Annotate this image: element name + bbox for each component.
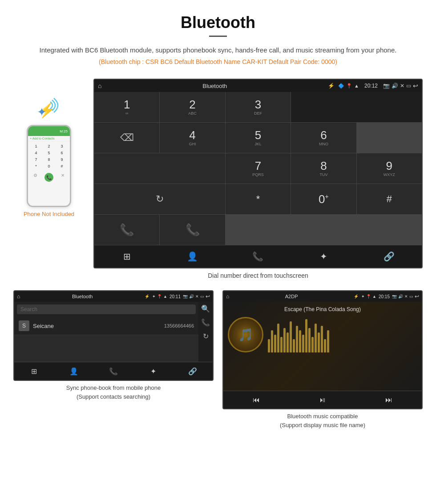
dial-key-5[interactable]: 5 JKL xyxy=(226,123,291,153)
music-home-icon[interactable]: ⌂ xyxy=(226,293,229,300)
dial-key-4[interactable]: 4 GHI xyxy=(160,123,225,153)
dial-key-1[interactable]: 1 ∞ xyxy=(94,92,159,122)
phonebook-screen: ⌂ Bluetooth ⚡ ✦📍▲ 20:11 📷🔊✕▭↩ Search S xyxy=(13,290,214,381)
music-content: Escape (The Pina Colada Song) 🎵 xyxy=(223,302,422,391)
music-status-title: A2DP xyxy=(232,294,351,299)
music-artwork-area: 🎵 xyxy=(228,317,417,352)
phone-mock: M:25 + Add to Contacts 123 456 789 *0# ⚙… xyxy=(27,125,71,207)
wifi-icon: ▲ xyxy=(354,83,359,88)
svg-text:✦: ✦ xyxy=(37,105,47,119)
contact-avatar: S xyxy=(19,320,29,331)
dial-display xyxy=(291,92,422,122)
phone-not-included: Phone Not Included xyxy=(24,211,74,217)
pb-status-title: Bluetooth xyxy=(23,294,142,299)
nav-link[interactable]: 🔗 xyxy=(356,245,422,268)
music-song-title: Escape (The Pina Colada Song) xyxy=(228,306,417,312)
back-icon[interactable]: ↩ xyxy=(413,82,418,89)
contact-row[interactable]: S Seicane 13566664466 xyxy=(14,317,198,335)
music-play-pause[interactable]: ⏯ xyxy=(319,396,326,404)
dial-call-button[interactable]: 📞 xyxy=(94,215,159,245)
music-artwork: 🎵 xyxy=(228,317,263,352)
bluetooth-specs: (Bluetooth chip : CSR BC6 Default Blueto… xyxy=(27,58,409,65)
pb-nav-phone[interactable]: 📞 xyxy=(93,362,133,380)
phonebook-body: Search S Seicane 13566664466 🔍 📞 ↻ xyxy=(14,302,213,362)
dial-key-2[interactable]: 2 ABC xyxy=(160,92,225,122)
music-bottom-nav: ⏮ ⏯ ⏭ xyxy=(223,391,422,408)
phonebook-caption: Sync phone-book from mobile phone (Suppo… xyxy=(13,381,214,404)
window-icon[interactable]: ▭ xyxy=(406,83,411,89)
title-divider xyxy=(209,36,227,37)
nav-contacts[interactable]: 👤 xyxy=(160,245,225,268)
contact-number: 13566664466 xyxy=(164,323,194,328)
bottom-screens: ⌂ Bluetooth ⚡ ✦📍▲ 20:11 📷🔊✕▭↩ Search S xyxy=(0,290,436,432)
nav-dialpad[interactable]: ⊞ xyxy=(94,245,160,268)
pb-nav-grid[interactable]: ⊞ xyxy=(14,362,54,380)
status-icons: 🔷 📍 ▲ xyxy=(338,83,359,89)
music-caption-line1: Bluetooth music compatible xyxy=(287,413,358,420)
music-caption-line2: (Support display music file name) xyxy=(280,422,365,428)
dial-refresh-area[interactable]: ↻ xyxy=(94,184,225,214)
dial-key-7[interactable]: 7 PQRS xyxy=(226,153,291,184)
dial-key-6[interactable]: 6 MNO xyxy=(291,123,356,153)
dial-key-9[interactable]: 9 WXYZ xyxy=(357,153,422,184)
pb-usb-icon: ⚡ xyxy=(145,294,149,299)
dial-status-title: Bluetooth xyxy=(105,83,324,89)
music-screen-mock: ⌂ A2DP ⚡ ✦📍▲ 20:15 📷🔊✕▭↩ Escape (The Pin… xyxy=(222,290,423,409)
pb-nav-user[interactable]: 👤 xyxy=(54,362,93,380)
dial-caption: Dial number direct from touchscreen xyxy=(93,268,423,286)
phonebook-wrap: ⌂ Bluetooth ⚡ ✦📍▲ 20:11 📷🔊✕▭↩ Search S xyxy=(13,290,214,432)
pb-nav-link[interactable]: 🔗 xyxy=(173,362,213,380)
phone-container: ⚡ ✦ M:25 + Add to Contacts 123 456 789 *… xyxy=(13,79,85,217)
status-time: 20:12 xyxy=(364,83,378,89)
location-icon: 📍 xyxy=(346,83,352,89)
bluetooth-signal: ⚡ ✦ xyxy=(33,96,65,123)
page-header: Bluetooth Integrated with BC6 Bluetooth … xyxy=(0,0,436,79)
page-description: Integrated with BC6 Bluetooth module, su… xyxy=(27,45,409,56)
music-wrap: ⌂ A2DP ⚡ ✦📍▲ 20:15 📷🔊✕▭↩ Escape (The Pin… xyxy=(222,290,423,432)
music-prev[interactable]: ⏮ xyxy=(253,396,260,404)
dial-backspace[interactable]: ⌫ xyxy=(94,123,159,153)
contact-name: Seicane xyxy=(33,323,164,329)
bluetooth-icon: 🔷 xyxy=(338,83,344,89)
refresh-side-icon[interactable]: ↻ xyxy=(203,332,209,340)
dial-key-star[interactable]: * xyxy=(226,184,291,214)
camera-icon[interactable]: 📷 xyxy=(383,83,390,89)
volume-icon[interactable]: 🔊 xyxy=(392,83,398,89)
music-time: 20:15 xyxy=(379,294,390,299)
search-side-icon[interactable]: 🔍 xyxy=(201,304,210,313)
nav-bluetooth-nav[interactable]: ✦ xyxy=(291,245,356,268)
nav-phone[interactable]: 📞 xyxy=(225,245,291,268)
music-next[interactable]: ⏭ xyxy=(385,396,392,404)
phonebook-caption-line1: Sync phone-book from mobile phone xyxy=(66,384,161,391)
phonebook-search[interactable]: Search xyxy=(17,304,196,314)
phone-side-icon[interactable]: 📞 xyxy=(201,318,210,327)
dial-screen-container: ⌂ Bluetooth ⚡ 🔷 📍 ▲ 20:12 📷 🔊 ✕ ▭ ↩ xyxy=(93,79,423,286)
dial-key-0[interactable]: 0+ xyxy=(291,184,356,214)
phonebook-status-bar: ⌂ Bluetooth ⚡ ✦📍▲ 20:11 📷🔊✕▭↩ xyxy=(14,291,213,302)
music-usb-icon: ⚡ xyxy=(354,294,359,299)
dial-grid: 1 ∞ 2 ABC 3 DEF ⌫ 4 xyxy=(94,92,422,245)
dial-key-hash[interactable]: # xyxy=(357,184,422,214)
close-icon[interactable]: ✕ xyxy=(400,83,404,89)
main-section: ⚡ ✦ M:25 + Add to Contacts 123 456 789 *… xyxy=(0,79,436,286)
pb-home-icon[interactable]: ⌂ xyxy=(17,293,20,300)
music-status-icons: ✦📍▲ 20:15 📷🔊✕▭↩ xyxy=(361,293,419,300)
phonebook-bottom-nav: ⊞ 👤 📞 ✦ 🔗 xyxy=(14,362,213,380)
pb-time: 20:11 xyxy=(170,294,181,299)
side-icons: 🔍 📞 ↻ xyxy=(198,302,213,362)
dial-empty-row2 xyxy=(94,153,225,184)
dial-key-3[interactable]: 3 DEF xyxy=(226,92,291,122)
pb-nav-bt[interactable]: ✦ xyxy=(133,362,173,380)
phonebook-caption-line2: (Support contacts searching) xyxy=(77,393,150,400)
dial-screen-mock: ⌂ Bluetooth ⚡ 🔷 📍 ▲ 20:12 📷 🔊 ✕ ▭ ↩ xyxy=(93,79,423,268)
dial-bottom-nav: ⊞ 👤 📞 ✦ 🔗 xyxy=(94,245,422,268)
music-caption: Bluetooth music compatible (Support disp… xyxy=(222,409,423,432)
music-visualizer xyxy=(268,317,417,352)
page-title: Bluetooth xyxy=(27,13,409,32)
usb-icon: ⚡ xyxy=(328,83,335,89)
pb-status-icons: ✦📍▲ 20:11 📷🔊✕▭↩ xyxy=(152,293,210,300)
dial-end-button[interactable]: 📞 xyxy=(160,215,225,245)
home-icon[interactable]: ⌂ xyxy=(98,82,101,89)
dial-key-8[interactable]: 8 TUV xyxy=(291,153,356,184)
music-status-bar: ⌂ A2DP ⚡ ✦📍▲ 20:15 📷🔊✕▭↩ xyxy=(223,291,422,302)
